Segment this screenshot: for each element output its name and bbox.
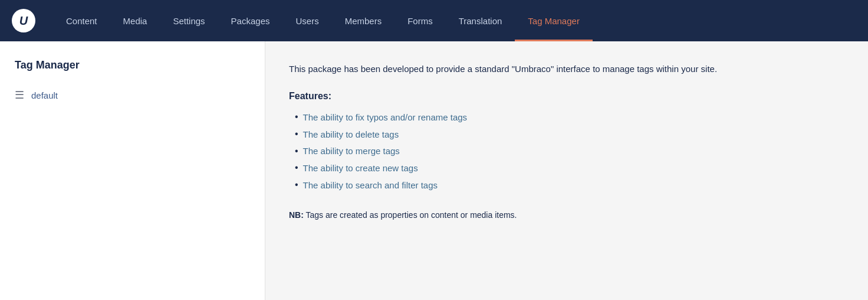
sidebar-item-default[interactable]: ☰ default	[15, 86, 250, 104]
feature-item-3: The ability to merge tags	[295, 143, 844, 160]
nb-note: NB: Tags are created as properties on co…	[289, 208, 844, 221]
features-list: The ability to fix typos and/or rename t…	[289, 109, 844, 194]
logo[interactable]: U	[12, 9, 35, 32]
nav-item-media[interactable]: Media	[110, 0, 160, 41]
nav-item-packages[interactable]: Packages	[218, 0, 283, 41]
list-icon: ☰	[15, 89, 24, 102]
nav-item-forms[interactable]: Forms	[394, 0, 446, 41]
logo-letter: U	[19, 14, 28, 28]
nb-body: Tags are created as properties on conten…	[304, 210, 517, 220]
main-layout: Tag Manager ☰ default This package has b…	[0, 41, 868, 300]
intro-text: This package has been developed to provi…	[289, 62, 844, 76]
content-area: This package has been developed to provi…	[265, 41, 868, 300]
feature-item-2: The ability to delete tags	[295, 126, 844, 143]
sidebar-item-label: default	[31, 90, 58, 100]
nb-label: NB:	[289, 210, 304, 220]
nav-item-users[interactable]: Users	[282, 0, 331, 41]
nav-item-translation[interactable]: Translation	[446, 0, 515, 41]
feature-item-5: The ability to search and filter tags	[295, 177, 844, 194]
sidebar-title: Tag Manager	[15, 59, 250, 71]
features-heading: Features:	[289, 91, 844, 102]
sidebar: Tag Manager ☰ default	[0, 41, 265, 300]
nav-item-members[interactable]: Members	[332, 0, 395, 41]
nav-item-settings[interactable]: Settings	[160, 0, 218, 41]
nav-item-content[interactable]: Content	[53, 0, 110, 41]
nav-items: Content Media Settings Packages Users Me…	[53, 0, 593, 41]
nav-item-tag-manager[interactable]: Tag Manager	[515, 0, 593, 41]
feature-item-1: The ability to fix typos and/or rename t…	[295, 109, 844, 126]
feature-item-4: The ability to create new tags	[295, 159, 844, 177]
top-navigation: U Content Media Settings Packages Users …	[0, 0, 868, 41]
